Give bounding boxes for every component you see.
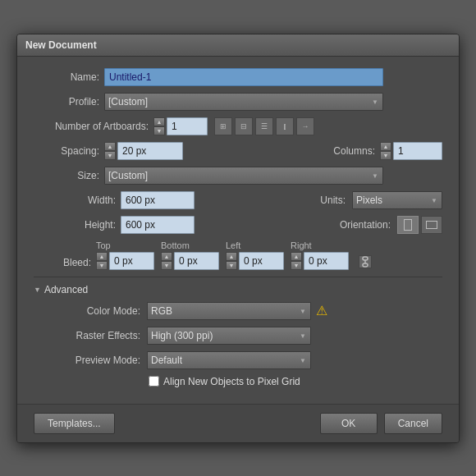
columns-spinner: ▲ ▼ — [380, 142, 442, 160]
bleed-left-down[interactable]: ▼ — [226, 261, 237, 270]
color-mode-row: Color Mode: RGB CMYK ⚠ — [42, 302, 442, 320]
artboard-layout-icons: ⊞ ⊟ ☰ ⫿ → — [214, 117, 314, 135]
artboards-input[interactable] — [167, 117, 208, 135]
preview-mode-label: Preview Mode: — [42, 355, 140, 366]
width-input[interactable] — [121, 191, 195, 209]
bleed-top-input[interactable] — [109, 252, 154, 270]
advanced-header[interactable]: ▼ Advanced — [34, 284, 442, 295]
preview-mode-row: Preview Mode: Default Pixel Overprint — [42, 351, 442, 369]
bleed-top-up[interactable]: ▲ — [96, 252, 108, 261]
bleed-label: Bleed: — [34, 257, 91, 268]
dialog-content: Name: Profile: ‌[Custom] Print Web Mobil… — [17, 57, 459, 404]
size-row: Size: [Custom] Letter A4 — [34, 167, 442, 185]
bleed-top-down[interactable]: ▼ — [96, 261, 108, 270]
bleed-top: Top ▲ ▼ — [96, 240, 154, 270]
spacing-spinner: ▲ ▼ — [104, 142, 183, 160]
orientation-label: Orientation: — [340, 219, 391, 231]
columns-spin-down[interactable]: ▼ — [380, 151, 391, 160]
svg-rect-0 — [363, 257, 368, 260]
grid-row-icon[interactable]: ⊟ — [235, 117, 253, 135]
bleed-row: Bleed: Top ▲ ▼ Bottom — [34, 240, 442, 270]
advanced-triangle-icon: ▼ — [34, 286, 41, 294]
cancel-button[interactable]: Cancel — [384, 413, 442, 434]
arrange-arrow-icon[interactable]: → — [296, 117, 314, 135]
bleed-left-up[interactable]: ▲ — [226, 252, 237, 261]
arrange-col-icon[interactable]: ⫿ — [276, 117, 294, 135]
spacing-row: Spacing: ▲ ▼ Columns: ▲ ▼ — [34, 142, 442, 160]
bleed-left-input[interactable] — [239, 252, 284, 270]
bleed-left-label: Left — [226, 240, 240, 250]
width-units-row: Width: Units: Pixels Inches Millimeters … — [34, 191, 442, 209]
portrait-button[interactable] — [397, 216, 419, 234]
height-label: Height: — [34, 219, 116, 231]
bleed-bottom-label: Bottom — [161, 240, 190, 250]
columns-spin-up[interactable]: ▲ — [380, 142, 391, 151]
templates-button[interactable]: Templates... — [34, 413, 115, 434]
bleed-bottom-down[interactable]: ▼ — [161, 261, 172, 270]
raster-effects-dropdown[interactable]: High (300 ppi) Medium (150 ppi) Low (72 … — [147, 327, 311, 345]
orientation-buttons — [397, 216, 442, 234]
bleed-bottom-input[interactable] — [174, 252, 219, 270]
bleed-right-up[interactable]: ▲ — [291, 252, 302, 261]
height-input[interactable] — [121, 216, 195, 234]
align-pixel-grid-label: Align New Objects to Pixel Grid — [163, 376, 300, 387]
color-mode-dropdown[interactable]: RGB CMYK — [147, 302, 311, 320]
dialog-title: New Document — [25, 39, 97, 51]
spacing-label: Spacing: — [34, 145, 99, 157]
new-document-dialog: New Document Name: Profile: ‌[Custom] Pr… — [16, 34, 460, 443]
advanced-label: Advanced — [44, 284, 88, 295]
units-dropdown[interactable]: Pixels Inches Millimeters Centimeters Po… — [352, 191, 442, 209]
raster-effects-label: Raster Effects: — [42, 330, 140, 341]
bleed-right-label: Right — [291, 240, 312, 250]
bleed-right-input[interactable] — [304, 252, 349, 270]
arrange-row-icon[interactable]: ☰ — [255, 117, 273, 135]
bleed-group: Top ▲ ▼ Bottom ▲ ▼ — [96, 240, 372, 270]
profile-dropdown[interactable]: ‌[Custom] Print Web Mobile — [104, 93, 383, 111]
name-label: Name: — [34, 71, 99, 83]
name-row: Name: — [34, 68, 442, 86]
artboards-spin-down[interactable]: ▼ — [153, 126, 165, 135]
align-pixel-grid-row: Align New Objects to Pixel Grid — [149, 376, 442, 387]
columns-spin-btns: ▲ ▼ — [380, 142, 391, 160]
artboards-spinner: ▲ ▼ — [153, 117, 208, 135]
profile-row: Profile: ‌[Custom] Print Web Mobile — [34, 93, 442, 111]
grid-icon[interactable]: ⊞ — [214, 117, 232, 135]
width-label: Width: — [34, 195, 116, 206]
spacing-spin-down[interactable]: ▼ — [104, 151, 116, 160]
preview-mode-dropdown[interactable]: Default Pixel Overprint — [147, 351, 311, 369]
bleed-bottom-up[interactable]: ▲ — [161, 252, 172, 261]
ok-button[interactable]: OK — [320, 413, 378, 434]
advanced-section: Color Mode: RGB CMYK ⚠ Raster Effects: H… — [34, 302, 442, 387]
landscape-button[interactable] — [421, 216, 442, 234]
artboards-row: Number of Artboards: ▲ ▼ ⊞ ⊟ ☰ ⫿ → — [34, 117, 442, 135]
footer-action-buttons: OK Cancel — [320, 413, 442, 434]
spacing-spin-up[interactable]: ▲ — [104, 142, 116, 151]
dialog-footer: Templates... OK Cancel — [17, 404, 459, 442]
svg-rect-1 — [363, 263, 368, 267]
spacing-spin-btns: ▲ ▼ — [104, 142, 116, 160]
title-bar: New Document — [17, 34, 459, 57]
spacing-input[interactable] — [117, 142, 183, 160]
bleed-bottom: Bottom ▲ ▼ — [161, 240, 219, 270]
artboards-spin-up[interactable]: ▲ — [153, 117, 165, 126]
columns-input[interactable] — [393, 142, 442, 160]
size-label: Size: — [34, 170, 99, 181]
color-mode-label: Color Mode: — [42, 305, 140, 317]
bleed-left: Left ▲ ▼ — [226, 240, 284, 270]
align-pixel-grid-checkbox[interactable] — [149, 376, 159, 387]
divider — [34, 277, 442, 277]
artboards-label: Number of Artboards: — [34, 121, 149, 132]
units-label: Units: — [320, 195, 346, 206]
bleed-right: Right ▲ ▼ — [291, 240, 349, 270]
raster-effects-row: Raster Effects: High (300 ppi) Medium (1… — [42, 327, 442, 345]
warning-icon: ⚠ — [316, 303, 327, 318]
columns-label: Columns: — [333, 145, 375, 157]
bleed-right-down[interactable]: ▼ — [291, 261, 302, 270]
height-orientation-row: Height: Orientation: — [34, 216, 442, 234]
profile-label: Profile: — [34, 96, 99, 108]
artboards-spin-btns: ▲ ▼ — [153, 117, 165, 135]
bleed-top-label: Top — [96, 240, 111, 250]
name-input[interactable] — [104, 68, 383, 86]
size-dropdown[interactable]: [Custom] Letter A4 — [104, 167, 383, 185]
bleed-chain-icon[interactable] — [359, 255, 372, 268]
